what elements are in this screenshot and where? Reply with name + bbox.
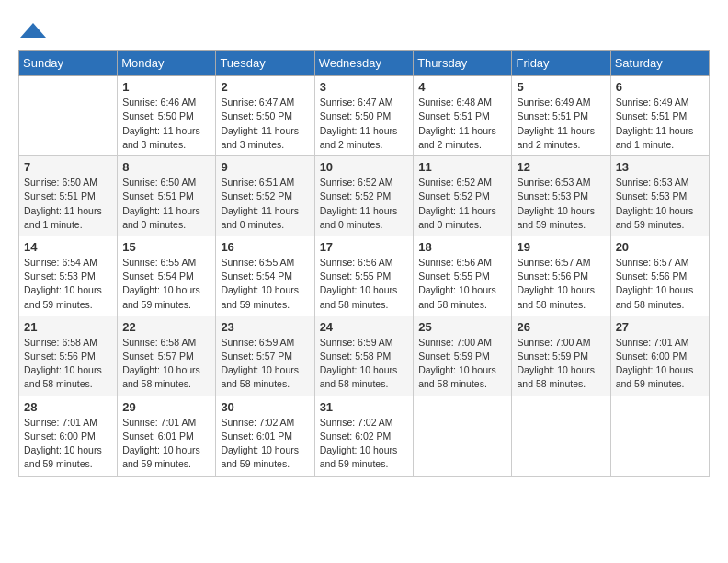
calendar-cell: 9Sunrise: 6:51 AM Sunset: 5:52 PM Daylig… — [216, 156, 314, 236]
day-of-week-header: Thursday — [414, 51, 512, 76]
day-number: 2 — [221, 80, 309, 94]
calendar-cell: 5Sunrise: 6:49 AM Sunset: 5:51 PM Daylig… — [512, 76, 610, 156]
calendar-cell — [19, 76, 118, 156]
calendar-cell: 6Sunrise: 6:49 AM Sunset: 5:51 PM Daylig… — [610, 76, 709, 156]
day-info: Sunrise: 7:00 AM Sunset: 5:59 PM Dayligh… — [418, 336, 506, 392]
calendar-cell: 2Sunrise: 6:47 AM Sunset: 5:50 PM Daylig… — [216, 76, 314, 156]
day-info: Sunrise: 7:00 AM Sunset: 5:59 PM Dayligh… — [517, 336, 605, 392]
calendar-cell: 11Sunrise: 6:52 AM Sunset: 5:52 PM Dayli… — [414, 156, 512, 236]
day-of-week-header: Monday — [118, 51, 216, 76]
calendar-cell: 20Sunrise: 6:57 AM Sunset: 5:56 PM Dayli… — [610, 236, 709, 316]
day-number: 31 — [320, 400, 409, 414]
day-of-week-header: Sunday — [19, 51, 118, 76]
day-number: 21 — [24, 320, 112, 334]
calendar-cell: 27Sunrise: 7:01 AM Sunset: 6:00 PM Dayli… — [610, 316, 709, 396]
logo — [18, 18, 46, 40]
calendar-cell: 25Sunrise: 7:00 AM Sunset: 5:59 PM Dayli… — [414, 316, 512, 396]
calendar-cell: 22Sunrise: 6:58 AM Sunset: 5:57 PM Dayli… — [118, 316, 216, 396]
logo-icon — [20, 21, 46, 40]
day-info: Sunrise: 6:47 AM Sunset: 5:50 PM Dayligh… — [320, 96, 409, 152]
day-info: Sunrise: 7:01 AM Sunset: 6:00 PM Dayligh… — [616, 336, 704, 392]
day-info: Sunrise: 6:53 AM Sunset: 5:53 PM Dayligh… — [616, 176, 704, 232]
calendar-cell: 28Sunrise: 7:01 AM Sunset: 6:00 PM Dayli… — [19, 396, 118, 476]
day-info: Sunrise: 6:46 AM Sunset: 5:50 PM Dayligh… — [122, 96, 210, 152]
day-number: 15 — [122, 240, 210, 254]
day-info: Sunrise: 6:53 AM Sunset: 5:53 PM Dayligh… — [517, 176, 605, 232]
day-info: Sunrise: 6:55 AM Sunset: 5:54 PM Dayligh… — [122, 256, 210, 312]
day-number: 18 — [418, 240, 506, 254]
day-info: Sunrise: 6:57 AM Sunset: 5:56 PM Dayligh… — [616, 256, 704, 312]
calendar-header-row: SundayMondayTuesdayWednesdayThursdayFrid… — [19, 51, 710, 76]
day-info: Sunrise: 6:49 AM Sunset: 5:51 PM Dayligh… — [517, 96, 605, 152]
day-number: 12 — [517, 160, 605, 174]
day-number: 22 — [122, 320, 210, 334]
day-info: Sunrise: 6:56 AM Sunset: 5:55 PM Dayligh… — [320, 256, 409, 312]
calendar-cell: 10Sunrise: 6:52 AM Sunset: 5:52 PM Dayli… — [314, 156, 414, 236]
calendar-week-row: 21Sunrise: 6:58 AM Sunset: 5:56 PM Dayli… — [19, 316, 710, 396]
day-info: Sunrise: 6:54 AM Sunset: 5:53 PM Dayligh… — [24, 256, 112, 312]
calendar-week-row: 7Sunrise: 6:50 AM Sunset: 5:51 PM Daylig… — [19, 156, 710, 236]
calendar-cell: 24Sunrise: 6:59 AM Sunset: 5:58 PM Dayli… — [314, 316, 414, 396]
day-info: Sunrise: 6:52 AM Sunset: 5:52 PM Dayligh… — [418, 176, 506, 232]
day-number: 29 — [122, 400, 210, 414]
page-header — [18, 18, 710, 40]
calendar-cell — [414, 396, 512, 476]
day-number: 13 — [616, 160, 704, 174]
day-info: Sunrise: 7:01 AM Sunset: 6:00 PM Dayligh… — [24, 416, 112, 472]
day-number: 9 — [221, 160, 309, 174]
calendar-cell: 19Sunrise: 6:57 AM Sunset: 5:56 PM Dayli… — [512, 236, 610, 316]
day-info: Sunrise: 6:57 AM Sunset: 5:56 PM Dayligh… — [517, 256, 605, 312]
day-number: 4 — [418, 80, 506, 94]
calendar-cell: 29Sunrise: 7:01 AM Sunset: 6:01 PM Dayli… — [118, 396, 216, 476]
day-number: 17 — [320, 240, 409, 254]
day-info: Sunrise: 6:51 AM Sunset: 5:52 PM Dayligh… — [221, 176, 309, 232]
day-info: Sunrise: 6:58 AM Sunset: 5:56 PM Dayligh… — [24, 336, 112, 392]
day-info: Sunrise: 6:48 AM Sunset: 5:51 PM Dayligh… — [418, 96, 506, 152]
day-number: 30 — [221, 400, 309, 414]
day-of-week-header: Saturday — [610, 51, 709, 76]
calendar-week-row: 1Sunrise: 6:46 AM Sunset: 5:50 PM Daylig… — [19, 76, 710, 156]
day-number: 20 — [616, 240, 704, 254]
day-number: 11 — [418, 160, 506, 174]
day-number: 10 — [320, 160, 409, 174]
calendar-cell: 16Sunrise: 6:55 AM Sunset: 5:54 PM Dayli… — [216, 236, 314, 316]
day-number: 1 — [122, 80, 210, 94]
svg-marker-0 — [20, 23, 46, 38]
calendar-cell: 15Sunrise: 6:55 AM Sunset: 5:54 PM Dayli… — [118, 236, 216, 316]
calendar-cell: 1Sunrise: 6:46 AM Sunset: 5:50 PM Daylig… — [118, 76, 216, 156]
calendar-cell: 13Sunrise: 6:53 AM Sunset: 5:53 PM Dayli… — [610, 156, 709, 236]
day-info: Sunrise: 7:02 AM Sunset: 6:01 PM Dayligh… — [221, 416, 309, 472]
day-info: Sunrise: 6:59 AM Sunset: 5:58 PM Dayligh… — [320, 336, 409, 392]
day-number: 19 — [517, 240, 605, 254]
day-info: Sunrise: 6:58 AM Sunset: 5:57 PM Dayligh… — [122, 336, 210, 392]
calendar-cell — [512, 396, 610, 476]
calendar-cell: 26Sunrise: 7:00 AM Sunset: 5:59 PM Dayli… — [512, 316, 610, 396]
day-number: 25 — [418, 320, 506, 334]
day-info: Sunrise: 7:01 AM Sunset: 6:01 PM Dayligh… — [122, 416, 210, 472]
day-info: Sunrise: 6:49 AM Sunset: 5:51 PM Dayligh… — [616, 96, 704, 152]
day-info: Sunrise: 6:59 AM Sunset: 5:57 PM Dayligh… — [221, 336, 309, 392]
calendar-cell: 30Sunrise: 7:02 AM Sunset: 6:01 PM Dayli… — [216, 396, 314, 476]
day-info: Sunrise: 6:47 AM Sunset: 5:50 PM Dayligh… — [221, 96, 309, 152]
day-number: 6 — [616, 80, 704, 94]
calendar-cell: 14Sunrise: 6:54 AM Sunset: 5:53 PM Dayli… — [19, 236, 118, 316]
day-number: 7 — [24, 160, 112, 174]
day-number: 28 — [24, 400, 112, 414]
day-number: 8 — [122, 160, 210, 174]
day-of-week-header: Tuesday — [216, 51, 314, 76]
calendar-week-row: 14Sunrise: 6:54 AM Sunset: 5:53 PM Dayli… — [19, 236, 710, 316]
calendar-cell: 23Sunrise: 6:59 AM Sunset: 5:57 PM Dayli… — [216, 316, 314, 396]
calendar-cell: 7Sunrise: 6:50 AM Sunset: 5:51 PM Daylig… — [19, 156, 118, 236]
calendar-cell: 12Sunrise: 6:53 AM Sunset: 5:53 PM Dayli… — [512, 156, 610, 236]
day-number: 23 — [221, 320, 309, 334]
calendar-table: SundayMondayTuesdayWednesdayThursdayFrid… — [18, 50, 710, 476]
calendar-cell: 4Sunrise: 6:48 AM Sunset: 5:51 PM Daylig… — [414, 76, 512, 156]
day-of-week-header: Wednesday — [314, 51, 414, 76]
calendar-cell: 31Sunrise: 7:02 AM Sunset: 6:02 PM Dayli… — [314, 396, 414, 476]
day-info: Sunrise: 6:52 AM Sunset: 5:52 PM Dayligh… — [320, 176, 409, 232]
day-number: 26 — [517, 320, 605, 334]
day-info: Sunrise: 7:02 AM Sunset: 6:02 PM Dayligh… — [320, 416, 409, 472]
day-number: 14 — [24, 240, 112, 254]
calendar-cell: 17Sunrise: 6:56 AM Sunset: 5:55 PM Dayli… — [314, 236, 414, 316]
calendar-cell: 18Sunrise: 6:56 AM Sunset: 5:55 PM Dayli… — [414, 236, 512, 316]
